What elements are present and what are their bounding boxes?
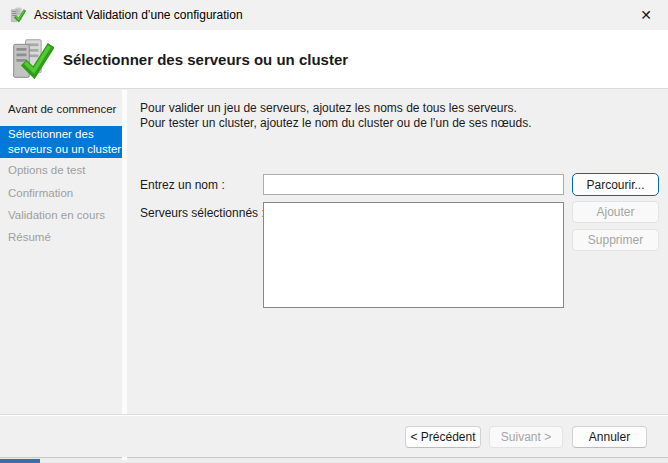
sidebar-item-selectionner-serveurs: Sélectionner des serveurs ou un cluster: [0, 126, 122, 158]
page-title: Sélectionner des serveurs ou un cluster: [63, 51, 348, 68]
close-button[interactable]: ✕: [624, 0, 668, 30]
back-button[interactable]: < Précédent: [405, 426, 481, 448]
sidebar-item-label: Sélectionner des serveurs ou un cluster: [8, 128, 121, 155]
sidebar-item-validation-en-cours: Validation en cours: [8, 208, 120, 223]
wizard-header: Sélectionner des serveurs ou un cluster: [0, 30, 668, 89]
remove-button[interactable]: Supprimer: [572, 229, 659, 251]
bottom-divider-gap: [122, 457, 127, 460]
add-button[interactable]: Ajouter: [572, 201, 659, 223]
footer: < Précédent Suivant > Annuler: [0, 414, 668, 457]
sidebar-divider: [122, 90, 127, 457]
instruction-line-2: Pour tester un cluster, ajoutez le nom d…: [140, 116, 532, 131]
app-servers-check-icon: [10, 7, 26, 23]
next-button[interactable]: Suivant >: [489, 426, 563, 448]
instructions: Pour valider un jeu de serveurs, ajoutez…: [140, 101, 532, 131]
selected-servers-label: Serveurs sélectionnés :: [140, 206, 265, 220]
browse-button[interactable]: Parcourir...: [572, 173, 659, 196]
sidebar-item-options-de-test: Options de test: [8, 163, 120, 178]
window-title: Assistant Validation d’une configuration: [34, 0, 243, 30]
sidebar-item-confirmation: Confirmation: [8, 186, 120, 201]
wizard-window: Assistant Validation d’une configuration…: [0, 0, 668, 457]
sidebar-item-avant-de-commencer: Avant de commencer: [8, 102, 120, 117]
name-label: Entrez un nom :: [140, 178, 225, 192]
server-name-input[interactable]: [263, 174, 564, 195]
background-blue-fragment: [0, 459, 40, 463]
close-icon: ✕: [640, 7, 652, 23]
servers-green-check-icon: [10, 38, 54, 80]
cancel-button[interactable]: Annuler: [572, 426, 647, 448]
wizard-body: Avant de commencer Sélectionner des serv…: [0, 90, 668, 414]
titlebar: Assistant Validation d’une configuration…: [0, 0, 668, 30]
instruction-line-1: Pour valider un jeu de serveurs, ajoutez…: [140, 101, 532, 116]
selected-servers-listbox[interactable]: [263, 202, 564, 308]
bottom-edge-strip: [0, 457, 668, 463]
sidebar-item-resume: Résumé: [8, 230, 120, 245]
